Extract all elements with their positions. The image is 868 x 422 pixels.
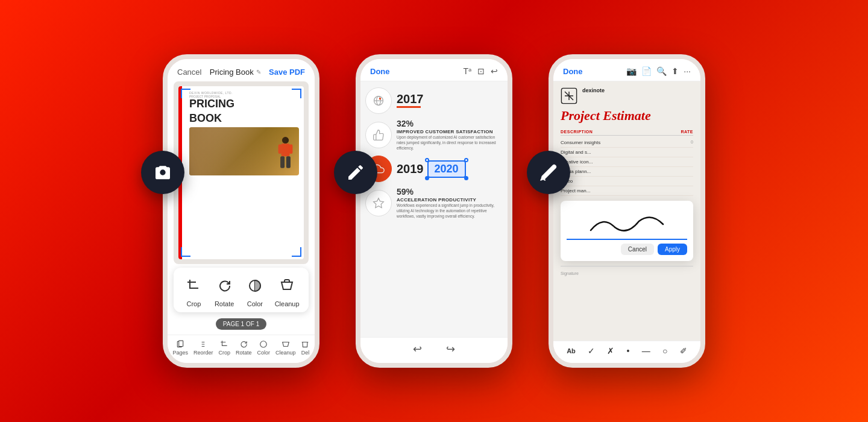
stat-32: 32% bbox=[397, 119, 503, 128]
year-2017: 2017 bbox=[397, 93, 503, 105]
pages-tool[interactable]: Pages bbox=[172, 340, 188, 356]
rotate-bottom-label: Rotate bbox=[236, 350, 252, 356]
handle-tr[interactable] bbox=[464, 158, 468, 162]
cancel-button[interactable]: Cancel bbox=[177, 68, 201, 77]
svg-marker-14 bbox=[374, 198, 384, 208]
star-circle-icon bbox=[365, 190, 392, 216]
doc-image bbox=[189, 127, 299, 175]
line-tool-icon[interactable]: — bbox=[642, 346, 650, 356]
color-bottom-tool[interactable]: Color bbox=[257, 340, 270, 356]
info-text-2019: 2019 2020 bbox=[397, 160, 503, 178]
camera-header-icon[interactable]: 📷 bbox=[626, 66, 637, 76]
globe-icon bbox=[373, 95, 385, 107]
draw-tool-icon[interactable]: ✐ bbox=[680, 346, 687, 356]
sig-cancel-button[interactable]: Cancel bbox=[621, 244, 654, 255]
crop-corner-bl[interactable] bbox=[181, 247, 190, 257]
stat-label-59: ACCELERATION PRODUCTIVITY bbox=[397, 197, 503, 203]
delete-tool[interactable]: Del bbox=[301, 340, 309, 356]
color-label: Color bbox=[247, 300, 263, 307]
more-header-icon[interactable]: ··· bbox=[684, 66, 691, 76]
circle-tool-icon[interactable]: ○ bbox=[662, 346, 667, 356]
logo-text: dexinote bbox=[582, 87, 605, 93]
globe-circle-icon bbox=[365, 87, 392, 114]
logo-area: dexinote bbox=[561, 87, 693, 104]
save-pdf-button[interactable]: Save PDF bbox=[269, 68, 305, 77]
table-row-4: Media plann... bbox=[561, 167, 693, 177]
reorder-tool[interactable]: Reorder bbox=[193, 340, 213, 356]
sign-float-icon bbox=[527, 151, 570, 194]
handle-tl[interactable] bbox=[425, 158, 429, 162]
phone2-header-icons: Tᵃ ⊡ ↩ bbox=[463, 66, 498, 76]
cleanup-bottom-label: Cleanup bbox=[275, 350, 296, 356]
year-2019: 2019 bbox=[397, 163, 424, 175]
color-tool[interactable]: Color bbox=[244, 275, 266, 307]
crop-bottom-tool[interactable]: Crop bbox=[218, 340, 230, 356]
rotate-icon bbox=[213, 275, 235, 297]
signature-actions: Cancel Apply bbox=[567, 244, 687, 255]
text-tool-icon[interactable]: Ab bbox=[567, 347, 576, 354]
info-text-59: 59% ACCELERATION PRODUCTIVITY Workflows … bbox=[397, 187, 503, 219]
table-row-2: Digital and s... bbox=[561, 148, 693, 157]
edit-year-box[interactable]: 2020 bbox=[427, 160, 466, 178]
phone-3-wrapper: Done 📷 📄 🔍 ⬆ ··· bbox=[549, 54, 705, 368]
undo-icon[interactable]: ↩ bbox=[491, 66, 498, 76]
cleanup-tool[interactable]: Cleanup bbox=[275, 275, 300, 307]
estimate-title: Project Estimate bbox=[561, 108, 693, 124]
sig-apply-button[interactable]: Apply bbox=[658, 244, 687, 255]
crop-tool[interactable]: Crop bbox=[183, 275, 204, 307]
crop-corner-br[interactable] bbox=[292, 247, 301, 257]
svg-point-9 bbox=[260, 341, 267, 348]
crop-corner-tr[interactable] bbox=[292, 89, 301, 98]
redo-bottom-icon[interactable]: ↪ bbox=[446, 342, 455, 356]
phone1-bottom-bar: Pages Reorder Crop Rotate bbox=[168, 335, 315, 363]
cleanup-bottom-tool[interactable]: Cleanup bbox=[275, 340, 296, 356]
color-icon bbox=[244, 275, 266, 297]
phone-2-wrapper: Done Tᵃ ⊡ ↩ bbox=[356, 54, 512, 368]
phone3-done-button[interactable]: Done bbox=[563, 67, 583, 76]
rotate-bottom-tool[interactable]: Rotate bbox=[236, 340, 252, 356]
info-row-2017: 2017 bbox=[365, 87, 503, 114]
year-edit-row: 2019 2020 bbox=[397, 160, 503, 178]
cross-tool-icon[interactable]: ✗ bbox=[607, 346, 614, 356]
pages-icon bbox=[176, 340, 184, 348]
svg-point-13 bbox=[379, 98, 381, 99]
handle-bl[interactable] bbox=[425, 176, 429, 180]
checkmark-tool-icon[interactable]: ✓ bbox=[588, 346, 595, 356]
undo-bottom-icon[interactable]: ↩ bbox=[413, 342, 422, 356]
signature-field-label: Signature bbox=[561, 271, 693, 276]
search-header-icon[interactable]: 🔍 bbox=[656, 66, 667, 76]
rotate-tool[interactable]: Rotate bbox=[213, 275, 235, 307]
text-format-icon[interactable]: Tᵃ bbox=[463, 66, 471, 76]
pen-icon bbox=[346, 163, 365, 182]
handle-br[interactable] bbox=[464, 176, 468, 180]
share-header-icon[interactable]: ⬆ bbox=[671, 66, 679, 76]
star-icon bbox=[373, 197, 385, 209]
info-row-32: 32% IMPROVED CUSTOMER SATISFACTION Upon … bbox=[365, 119, 503, 151]
doc-title-line2: BOOK bbox=[189, 113, 299, 125]
signature-icon bbox=[539, 163, 558, 182]
crop-bottom-icon bbox=[220, 340, 228, 348]
signature-drawing-area[interactable] bbox=[567, 207, 687, 240]
phone1-header: Cancel Pricing Book ✎ Save PDF bbox=[168, 59, 315, 81]
file-header-icon[interactable]: 📄 bbox=[641, 66, 652, 76]
signature-overlay: Cancel Apply bbox=[561, 201, 693, 261]
image-icon[interactable]: ⊡ bbox=[477, 66, 485, 76]
phone2-done-button[interactable]: Done bbox=[370, 67, 390, 76]
doc-title-line1: PRICING bbox=[189, 98, 299, 110]
company-logo-name: dexinote bbox=[582, 87, 605, 93]
svg-rect-8 bbox=[179, 341, 183, 346]
thumbs-icon bbox=[373, 129, 385, 141]
dot-tool-icon[interactable]: • bbox=[627, 346, 630, 356]
desc-header: DESCRIPTION bbox=[561, 130, 593, 134]
color-bottom-label: Color bbox=[257, 350, 270, 356]
phone-2: Done Tᵃ ⊡ ↩ bbox=[356, 54, 512, 368]
edit-year-container: 2020 bbox=[427, 160, 466, 178]
infographic: 2017 bbox=[360, 81, 508, 225]
crop-corner-tl[interactable] bbox=[181, 89, 190, 98]
info-text-2017: 2017 bbox=[397, 93, 503, 109]
table-row-1: Consumer insights 0 bbox=[561, 138, 693, 148]
camera-icon bbox=[153, 163, 172, 182]
phone3-header: Done 📷 📄 🔍 ⬆ ··· bbox=[553, 59, 700, 81]
edit-icon[interactable]: ✎ bbox=[256, 69, 261, 75]
edit-toolbar: Crop Rotate bbox=[174, 268, 309, 312]
